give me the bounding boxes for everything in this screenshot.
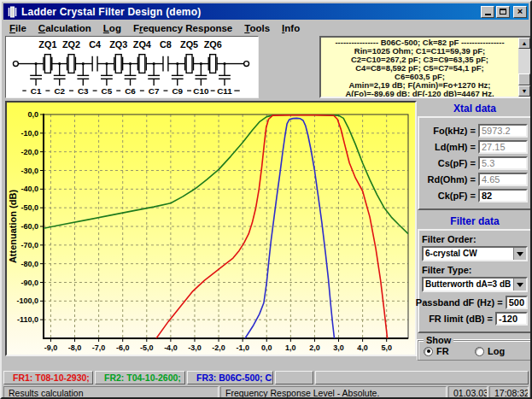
fr-results-bar: FR1: T08-10-2930;FR2: T04-10-2600;FR3: B… <box>3 371 529 385</box>
filter-order-dropdown-button[interactable] <box>513 248 526 260</box>
x-tick-label: -6,0 <box>116 343 130 352</box>
filter-type-dropdown-button[interactable] <box>513 279 526 290</box>
series-element-label: C8 <box>160 39 172 50</box>
y-tick-label: -40,0 <box>20 185 38 193</box>
chevron-down-icon <box>517 283 523 290</box>
menu-item-frequency-response[interactable]: Frequency Response <box>127 22 238 34</box>
filter-type-select[interactable]: Butterworth dA=3 dB <box>422 277 528 292</box>
y-tick-label: -90,0 <box>20 279 38 287</box>
right-panel: Xtal data Fo(kHz) =5973.2Ld(mH) =27.15Cs… <box>418 101 532 366</box>
x-tick-label: 5,0 <box>381 343 392 352</box>
xtal-field-row: Cs(pF) =5.3 <box>422 156 528 170</box>
fr-limit-label: FR limit (dB) = <box>429 314 493 324</box>
y-axis-title: Attenuation (dB) <box>8 190 18 263</box>
schematic-panel: C1C2C3C5C6C7C9C10C11 ZQ1ZQ2C4ZQ3ZQ4C8ZQ5… <box>5 36 259 98</box>
shunt-cap-label: C2 <box>54 86 65 96</box>
y-tick-label: -80,0 <box>20 260 38 268</box>
xtal-field-input: 4.65 <box>478 173 528 186</box>
series-element-label: C4 <box>89 39 101 50</box>
curve-fr3 <box>245 118 335 338</box>
show-log-option[interactable]: Log <box>475 346 526 356</box>
radio-fr-icon[interactable] <box>424 347 433 356</box>
xtal-field-label: Ld(mH) = <box>435 142 476 152</box>
series-element-label: ZQ1 <box>38 39 56 50</box>
fr-slot-1[interactable]: FR1: T08-10-2930; <box>3 371 93 384</box>
passband-label: Passband dF (Hz) = <box>416 297 503 308</box>
shunt-cap-label: C7 <box>149 86 160 96</box>
minimize-icon <box>485 14 491 15</box>
xtal-field-row: Fo(kHz) =5973.2 <box>422 124 528 138</box>
shunt-cap-label: C10 <box>193 86 209 96</box>
x-tick-label: 0,0 <box>261 343 272 352</box>
x-tick-label: -3,0 <box>188 343 202 352</box>
xtal-field-input[interactable]: 82 <box>478 189 528 202</box>
frequency-response-chart: -9,0-8,0-7,0-6,0-5,0-4,0-3,0-2,0-1,00,01… <box>5 101 417 356</box>
close-button[interactable]: × <box>513 6 527 18</box>
scroll-thumb[interactable] <box>518 73 530 85</box>
status-date: 01.03.03 <box>448 386 488 398</box>
status-bar: Results calculation Frequency Response L… <box>3 386 529 399</box>
filter-order-value: 6-crystal CW <box>424 248 513 260</box>
menu-item-info[interactable]: Info <box>276 22 306 34</box>
shunt-cap-label: C5 <box>102 86 113 96</box>
x-tick-label: 4,0 <box>357 343 368 352</box>
maximize-icon <box>500 9 506 15</box>
status-time: 17:08:32 <box>489 386 529 398</box>
shunt-cap-label: C1 <box>31 86 42 96</box>
x-tick-label: -2,0 <box>212 343 225 352</box>
results-line: A(Fo)=-89,69 dB; dF(-120 dB)=4467 Hz. <box>323 90 517 98</box>
ladder-circuit-diagram: C1C2C3C5C6C7C9C10C11 ZQ1ZQ2C4ZQ3ZQ4C8ZQ5… <box>6 37 258 97</box>
x-tick-label: -8,0 <box>68 343 82 352</box>
minimize-button[interactable] <box>481 6 494 18</box>
show-groupbox: Show FR Log <box>418 340 532 361</box>
scroll-down-icon[interactable]: ▼ <box>518 85 530 97</box>
results-text: ---------------- B06C-500; Ck=82 pF ----… <box>323 38 517 96</box>
y-tick-label: -60,0 <box>20 222 38 231</box>
filter-type-value: Butterworth dA=3 dB <box>424 279 513 290</box>
passband-input[interactable]: 500 <box>506 296 528 309</box>
radio-log-icon[interactable] <box>475 347 484 356</box>
chart-svg: -9,0-8,0-7,0-6,0-5,0-4,0-3,0-2,0-1,00,01… <box>7 103 415 355</box>
fr-slot-empty[interactable] <box>275 371 313 384</box>
show-title: Show <box>424 335 453 345</box>
menu-item-calculation[interactable]: Calculation <box>32 22 97 34</box>
y-tick-label: -70,0 <box>20 241 38 249</box>
menu-item-file[interactable]: File <box>3 22 32 34</box>
fr-slot-3[interactable]: FR3: B06C-500; Ck=82 pF <box>187 371 273 384</box>
y-tick-label: -50,0 <box>20 203 38 212</box>
filter-data-title: Filter data <box>418 215 532 227</box>
show-fr-option[interactable]: FR <box>424 346 475 356</box>
filter-type-label: Filter Type: <box>422 265 525 275</box>
x-tick-label: -4,0 <box>164 343 178 352</box>
fr-slot-2[interactable]: FR2: T04-10-2600; <box>95 371 185 384</box>
x-tick-label: 1,0 <box>285 343 296 352</box>
results-box: ---------------- B06C-500; Ck=82 pF ----… <box>319 36 532 98</box>
scroll-up-icon[interactable]: ▲ <box>518 38 530 49</box>
y-tick-label: 0,0 <box>27 110 38 119</box>
x-tick-label: -9,0 <box>44 343 58 352</box>
maximize-button[interactable] <box>496 6 510 18</box>
fr-limit-input[interactable]: -120 <box>495 312 528 326</box>
x-tick-label: -5,0 <box>140 343 154 352</box>
xtal-field-row: Ld(mH) =27.15 <box>422 140 528 154</box>
xtal-field-row: Rd(Ohm) =4.65 <box>422 173 528 186</box>
app-icon <box>6 6 19 18</box>
y-tick-label: -100,0 <box>16 296 38 305</box>
xtal-field-input: 27.15 <box>478 140 528 154</box>
shunt-cap-label: C9 <box>172 86 183 96</box>
filter-data-box: Filter Order: 6-crystal CW Filter Type: … <box>418 229 532 333</box>
results-scrollbar[interactable]: ▲ ▼ <box>518 38 530 97</box>
x-axis-title: Offset relative to Fo (kHz) <box>169 353 284 355</box>
menu-item-log[interactable]: Log <box>97 22 127 34</box>
radio-fr-label: FR <box>436 346 449 356</box>
series-element-label: ZQ2 <box>62 39 80 50</box>
series-element-label: ZQ6 <box>204 39 222 50</box>
xtal-field-row: Ck(pF) =82 <box>422 189 528 202</box>
filter-order-select[interactable]: 6-crystal CW <box>422 246 528 261</box>
xtal-data-title: Xtal data <box>418 103 532 114</box>
menu-item-tools[interactable]: Tools <box>238 22 276 34</box>
xtal-field-label: Fo(kHz) = <box>433 126 476 136</box>
y-tick-label: -110,0 <box>17 315 38 324</box>
xtal-data-box: Fo(kHz) =5973.2Ld(mH) =27.15Cs(pF) =5.3R… <box>418 116 532 210</box>
y-tick-label: -10,0 <box>20 129 38 138</box>
